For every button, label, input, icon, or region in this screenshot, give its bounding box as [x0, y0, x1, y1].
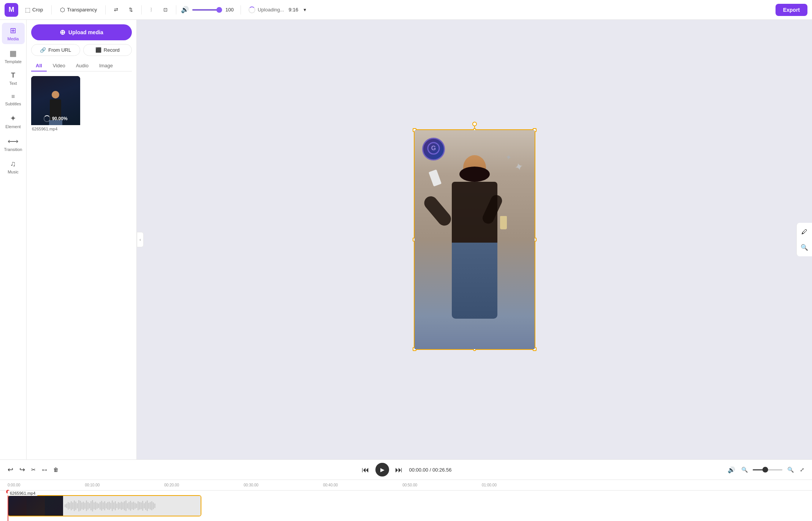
- split-button[interactable]: ⧘: [146, 5, 157, 14]
- flip-h-icon: ⇄: [114, 7, 118, 13]
- wave-bar: [151, 501, 152, 510]
- wave-bar: [153, 502, 154, 509]
- media-item[interactable]: 90.00% 6265961.mp4: [31, 76, 80, 133]
- play-icon: ▶: [380, 467, 385, 473]
- play-button[interactable]: ▶: [375, 463, 389, 477]
- wave-bar: [87, 502, 89, 510]
- wave-bar: [138, 501, 139, 510]
- uploading-label: Uploading...: [258, 7, 284, 13]
- transparency-icon: ⬡: [60, 6, 65, 13]
- clip-label: 6265961.mp4: [8, 491, 38, 496]
- wave-bar: [95, 502, 96, 510]
- split-clip-button[interactable]: ⧟: [40, 465, 49, 474]
- export-button[interactable]: Export: [776, 4, 807, 16]
- sidebar-item-element[interactable]: ✦ Element: [2, 111, 25, 132]
- zoom-slider[interactable]: [752, 469, 783, 470]
- volume-toggle-button[interactable]: 🔊: [726, 465, 737, 475]
- transparency-button[interactable]: ⬡ Transparency: [56, 5, 101, 15]
- from-url-button[interactable]: 🔗 From URL: [31, 44, 80, 56]
- filter-tab-audio[interactable]: Audio: [71, 60, 93, 71]
- wave-bar: [115, 501, 116, 510]
- video-canvas[interactable]: G ✦ ✦: [414, 129, 535, 350]
- waveform-section: [63, 496, 201, 516]
- sidebar-label-transition: Transition: [4, 147, 22, 152]
- wave-bar: [127, 503, 128, 508]
- cut-button[interactable]: ✂: [30, 465, 37, 474]
- timeline: 0:00.00 00:10.00 00:20.00 00:30.00 00:40…: [0, 480, 812, 521]
- chevron-down-icon: ▾: [304, 7, 306, 13]
- sidebar-item-transition[interactable]: ⟷ Transition: [2, 133, 25, 155]
- wave-bar: [72, 502, 73, 509]
- wave-bar: [65, 504, 66, 507]
- volume-icon: 🔊: [181, 6, 189, 14]
- lock-button[interactable]: ⊡: [160, 5, 171, 14]
- sidebar-item-template[interactable]: ▦ Template: [2, 46, 25, 67]
- wave-bar: [103, 502, 104, 509]
- wave-bar: [80, 501, 81, 511]
- zoom-out-button[interactable]: 🔍: [740, 465, 749, 474]
- right-panel-icon-1[interactable]: 🖊: [798, 226, 810, 238]
- ruler-tick-40: 00:40.00: [323, 483, 338, 487]
- toolbar-divider-1: [51, 5, 52, 14]
- toolbar-divider-3: [141, 5, 142, 14]
- filter-tab-all[interactable]: All: [31, 60, 47, 71]
- track-clip[interactable]: [8, 495, 201, 516]
- sidebar-label-element: Element: [5, 124, 21, 129]
- sidebar-item-media[interactable]: ⊞ Media: [2, 23, 25, 44]
- redo-button[interactable]: ↪: [18, 464, 27, 475]
- wave-bar: [121, 502, 122, 510]
- lock-icon: ⊡: [163, 7, 168, 13]
- right-panel: 🖊 🔍: [796, 223, 812, 256]
- subtitles-icon: ≡: [11, 93, 15, 100]
- wave-bar: [75, 502, 76, 510]
- right-panel-icon-2[interactable]: 🔍: [798, 241, 810, 253]
- flip-v-icon: ⇅: [129, 7, 133, 13]
- sidebar-item-music[interactable]: ♫ Music: [2, 156, 25, 177]
- flip-v-button[interactable]: ⇅: [125, 5, 137, 14]
- progress-text: 90.00%: [52, 116, 68, 121]
- volume-slider[interactable]: [192, 9, 222, 11]
- transparency-label: Transparency: [67, 7, 97, 13]
- uploading-indicator: Uploading...: [249, 6, 284, 13]
- wave-bar: [135, 503, 136, 509]
- delete-button[interactable]: 🗑: [52, 465, 60, 474]
- record-button[interactable]: ⬛ Record: [83, 44, 132, 56]
- wave-bar: [128, 502, 130, 510]
- filter-tab-video[interactable]: Video: [48, 60, 70, 71]
- skip-forward-button[interactable]: ⏭: [394, 464, 404, 476]
- rotate-handle[interactable]: [472, 122, 477, 126]
- crop-label: Crop: [32, 7, 43, 13]
- sidebar-item-text[interactable]: T Text: [2, 68, 25, 89]
- wave-bar: [125, 500, 127, 511]
- filter-tab-image[interactable]: Image: [95, 60, 117, 71]
- zoom-in-button[interactable]: 🔍: [786, 465, 795, 474]
- ruler-tick-0: 0:00.00: [8, 483, 20, 487]
- wave-bar: [113, 502, 114, 509]
- ruler-tick-60: 01:00.00: [482, 483, 497, 487]
- export-label: Export: [783, 7, 800, 13]
- wave-bar: [83, 502, 84, 510]
- wave-bar: [124, 501, 125, 510]
- timeline-track: 6265961.mp4: [0, 491, 812, 521]
- flip-h-button[interactable]: ⇄: [110, 5, 122, 14]
- wave-bar: [74, 500, 75, 511]
- collapse-panel-button[interactable]: ‹: [137, 232, 144, 247]
- app-logo: M: [5, 3, 18, 17]
- main-area: ⊞ Media ▦ Template T Text ≡ Subtitles ✦ …: [0, 20, 812, 459]
- wave-bar: [81, 502, 82, 509]
- aspect-ratio-dropdown[interactable]: ▾: [301, 6, 309, 14]
- progress-overlay: 90.00%: [44, 115, 68, 122]
- sidebar: ⊞ Media ▦ Template T Text ≡ Subtitles ✦ …: [0, 20, 27, 459]
- skip-back-button[interactable]: ⏮: [360, 464, 371, 476]
- sidebar-item-subtitles[interactable]: ≡ Subtitles: [2, 90, 25, 109]
- fullscreen-button[interactable]: ⤢: [798, 465, 806, 474]
- crop-button[interactable]: ⬚ Crop: [21, 5, 47, 15]
- upload-media-button[interactable]: ⊕ Upload media: [31, 24, 132, 40]
- undo-button[interactable]: ↩: [6, 464, 15, 475]
- sidebar-label-template: Template: [5, 59, 22, 64]
- wave-bar: [130, 501, 131, 511]
- ruler-tick-50: 00:50.00: [402, 483, 417, 487]
- from-url-label: From URL: [48, 47, 71, 53]
- wave-bar: [154, 504, 155, 508]
- record-icon: ⬛: [95, 47, 101, 53]
